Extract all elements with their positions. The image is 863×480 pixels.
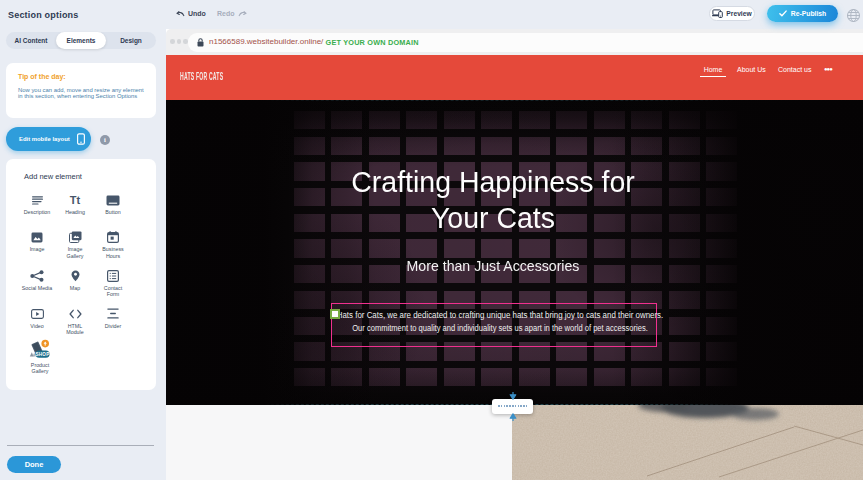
svg-text:SHOP: SHOP	[36, 352, 50, 357]
